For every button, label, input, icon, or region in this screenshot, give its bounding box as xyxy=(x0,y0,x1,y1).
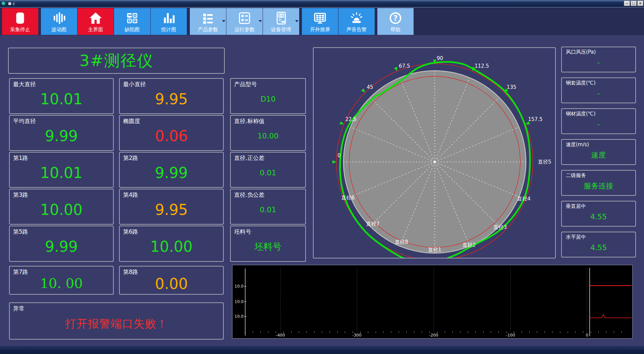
run-params-icon xyxy=(238,11,251,25)
angle-marker-icon xyxy=(394,67,397,71)
toolbar: 采集停止波动图主界面缺陷图统计图产品参数运行参数设备管理开外接屏声音告警?帮助 xyxy=(0,7,644,35)
status-box-垂直居中: 垂直居中4.55 xyxy=(561,201,636,227)
toolbar-button-label: 声音告警 xyxy=(338,26,375,33)
metric-box-产品型号: 产品型号D10 xyxy=(230,78,306,114)
diameter-label: 直径7 xyxy=(366,221,380,227)
toolbar-button-产品参数[interactable]: 产品参数 xyxy=(190,8,226,35)
metric-value: 10.01 xyxy=(10,87,113,113)
polar-profile-chart: 022.54567.590112.5135157.5直径1直径2直径3直径4直径… xyxy=(313,47,556,258)
metric-label: 第4路 xyxy=(120,189,223,198)
product-params-icon xyxy=(201,11,215,25)
metric-box-第3路: 第3路10.00 xyxy=(9,189,114,225)
stop-icon xyxy=(13,11,27,25)
status-box-速度(m/s): 速度(m/s)速度 xyxy=(561,139,636,165)
toolbar-button-label: 帮助 xyxy=(377,26,414,33)
status-box-水平居中: 水平居中4.55 xyxy=(561,232,636,257)
diameter-label: 直径3 xyxy=(493,224,507,230)
metric-box-第1路: 第1路10.01 xyxy=(9,152,114,188)
app-window: c − □ × 采集停止波动图主界面缺陷图统计图产品参数运行参数设备管理开外接屏… xyxy=(0,0,644,354)
metric-label: 坯料号 xyxy=(231,226,305,235)
device-manage-icon xyxy=(274,11,288,25)
diameter-label: 直径4 xyxy=(517,196,531,202)
status-value: - xyxy=(562,86,635,103)
metric-value: 10.01 xyxy=(10,161,113,187)
angle-marker-icon xyxy=(361,88,365,93)
metric-box-直径.正公差: 直径.正公差0.01 xyxy=(230,152,306,188)
toolbar-button-label: 采集停止 xyxy=(2,26,38,33)
trend-x-tick-label: -400 xyxy=(276,333,285,338)
status-box-二级服务: 二级服务服务连接 xyxy=(561,170,636,196)
toolbar-button-缺陷图[interactable]: 缺陷图 xyxy=(114,8,150,35)
metric-value: 10.00 xyxy=(10,198,113,224)
metric-label: 第3路 xyxy=(10,189,113,198)
metric-value: 0.00 xyxy=(120,275,223,295)
trend-x-tick-label: -300 xyxy=(352,333,361,338)
metric-value: D10 xyxy=(231,87,305,113)
close-button[interactable]: × xyxy=(637,1,643,6)
status-value: 速度 xyxy=(562,148,635,165)
chevron-down-icon xyxy=(222,20,225,22)
metric-box-直径.标称值: 直径.标称值10.00 xyxy=(230,115,306,151)
toolbar-button-label: 开外接屏 xyxy=(302,26,338,33)
chevron-down-icon xyxy=(259,20,262,22)
svg-text:?: ? xyxy=(393,14,397,22)
trend-y-tick-label: 10.0 xyxy=(234,299,244,304)
toolbar-button-label: 波动图 xyxy=(41,26,77,33)
diameter-label: 直径8 xyxy=(395,239,408,245)
metric-value: 10.00 xyxy=(231,124,305,150)
metric-box-椭圆度: 椭圆度0.06 xyxy=(119,115,224,151)
polar-center-dot xyxy=(434,161,436,163)
metric-box-最小直径: 最小直径9.95 xyxy=(119,78,224,114)
metric-label: 直径.负公差 xyxy=(231,189,305,198)
toolbar-button-波动图[interactable]: 波动图 xyxy=(41,8,77,35)
status-box-钢材温度(℃): 钢材温度(℃)- xyxy=(561,108,636,134)
diameter-label: 直径2 xyxy=(463,242,476,248)
titlebar: c − □ × xyxy=(0,0,644,7)
metric-label: 第7路 xyxy=(10,267,113,275)
metric-value: 9.99 xyxy=(10,124,113,150)
status-value: 4.55 xyxy=(562,240,635,257)
toolbar-button-帮助[interactable]: ?帮助 xyxy=(377,8,414,35)
metric-value: 9.99 xyxy=(10,235,113,261)
metric-label: 椭圆度 xyxy=(120,116,223,124)
alarm-box: 异常 打开报警端口失败！ xyxy=(9,302,224,340)
toolbar-button-主界面[interactable]: 主界面 xyxy=(77,8,114,35)
toolbar-button-label: 统计图 xyxy=(151,26,187,33)
metric-label: 直径.正公差 xyxy=(231,153,305,161)
toolbar-button-设备管理[interactable]: 设备管理 xyxy=(263,8,299,35)
toolbar-button-label: 缺陷图 xyxy=(114,26,150,33)
home-icon xyxy=(89,11,102,25)
metric-box-第6路: 第6路10.00 xyxy=(119,226,224,262)
angle-label: 135 xyxy=(507,84,517,90)
metric-label: 第1路 xyxy=(10,153,113,161)
title-square-icon xyxy=(8,2,11,5)
status-box-钢套温度(℃): 钢套温度(℃)- xyxy=(561,77,636,103)
chevron-down-icon xyxy=(295,20,299,22)
metric-value: 9.95 xyxy=(120,87,223,113)
metric-value: 0.01 xyxy=(231,198,305,224)
angle-label: 0 xyxy=(337,153,341,159)
angle-label: 157.5 xyxy=(528,116,543,122)
minimize-button[interactable]: − xyxy=(624,1,630,6)
metric-value: 坯料号 xyxy=(231,235,305,261)
metric-value: 0.01 xyxy=(231,161,305,187)
toolbar-button-声音告警[interactable]: 声音告警 xyxy=(338,8,375,35)
toolbar-button-开外接屏[interactable]: 开外接屏 xyxy=(302,8,338,35)
toolbar-button-采集停止[interactable]: 采集停止 xyxy=(2,8,38,35)
toolbar-button-运行参数[interactable]: 运行参数 xyxy=(226,8,263,35)
metric-value: 0.06 xyxy=(120,124,223,150)
maximize-button[interactable]: □ xyxy=(631,1,637,6)
bar-chart-icon xyxy=(162,11,175,25)
device-title: 3#测径仪 xyxy=(79,50,153,71)
metric-box-最大直径: 最大直径10.01 xyxy=(9,78,114,114)
app-logo-icon xyxy=(1,1,6,6)
external-screen-icon xyxy=(313,11,327,25)
window-controls: − □ × xyxy=(624,1,643,6)
metric-label: 第6路 xyxy=(120,226,223,235)
diameter-label: 直径6 xyxy=(341,195,355,201)
toolbar-button-统计图[interactable]: 统计图 xyxy=(151,8,187,35)
metric-label: 产品型号 xyxy=(231,79,305,87)
status-value: - xyxy=(562,55,635,72)
help-icon: ? xyxy=(389,11,402,25)
diameter-label: 直径5 xyxy=(538,159,551,165)
